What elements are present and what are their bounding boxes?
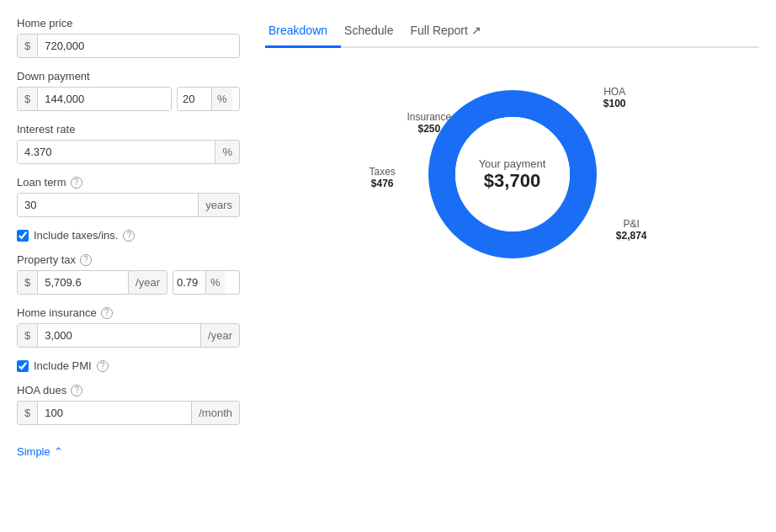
down-payment-pct-input[interactable] [178,88,211,110]
loan-term-suffix: years [198,194,239,216]
down-payment-pct-suffix: % [211,88,232,110]
property-tax-group: Property tax ? $ /year % [17,253,240,295]
hoa-dues-prefix: $ [18,402,38,424]
donut-chart: Your payment $3,700 HOA $100 Insurance $… [420,82,605,267]
home-insurance-label: Home insurance ? [17,306,240,319]
simple-link[interactable]: Simple ⌃ [17,445,63,458]
donut-svg [420,82,605,267]
include-pmi-help-icon[interactable]: ? [97,360,109,372]
include-taxes-help-icon[interactable]: ? [123,230,135,242]
include-pmi-label: Include PMI [34,359,92,372]
property-tax-year-suffix: /year [128,271,167,294]
svg-point-4 [455,117,570,231]
interest-rate-label: Interest rate [17,123,240,136]
home-insurance-group: Home insurance ? $ /year [17,306,240,348]
hoa-dues-help-icon[interactable]: ? [71,385,82,396]
tabs-bar: Breakdown Schedule Full Report ↗ [265,17,759,48]
property-tax-pct-input[interactable] [173,271,205,294]
hoa-dues-suffix: /month [191,402,239,424]
include-pmi-row: Include PMI ? [17,359,240,372]
down-payment-pct-wrapper: % [177,87,240,111]
include-pmi-checkbox[interactable] [17,360,29,372]
property-tax-pct-wrapper: % [173,270,240,295]
loan-term-input-wrapper: years [17,193,240,217]
home-insurance-help-icon[interactable]: ? [101,307,113,319]
down-payment-input[interactable] [38,88,171,110]
down-payment-input-wrapper: $ [17,87,172,111]
tab-breakdown[interactable]: Breakdown [265,17,341,48]
include-taxes-row: Include taxes/ins. ? [17,229,240,242]
property-tax-prefix: $ [18,271,38,294]
interest-rate-input-wrapper: % [17,140,240,164]
tab-schedule[interactable]: Schedule [341,17,407,48]
loan-term-label: Loan term ? [17,176,240,189]
right-panel: Breakdown Schedule Full Report ↗ [265,17,759,458]
home-insurance-input[interactable] [38,324,200,347]
interest-rate-suffix: % [215,141,239,163]
taxes-label: Taxes $476 [369,166,396,189]
property-tax-label: Property tax ? [17,253,240,266]
hoa-dues-group: HOA dues ? $ /month [17,384,240,425]
property-tax-input-wrapper: $ /year [17,270,167,295]
down-payment-prefix: $ [18,88,38,110]
tab-fullreport[interactable]: Full Report ↗ [407,17,494,48]
loan-term-help-icon[interactable]: ? [71,177,82,189]
include-taxes-checkbox[interactable] [17,230,29,242]
home-price-prefix: $ [18,35,38,57]
left-panel: Home price $ Down payment $ % [17,17,240,458]
insurance-label: Insurance $250 [407,111,452,135]
hoa-dues-input-wrapper: $ /month [17,401,240,425]
include-taxes-label: Include taxes/ins. [34,229,118,242]
interest-rate-input[interactable] [18,141,215,163]
property-tax-help-icon[interactable]: ? [80,254,92,266]
home-insurance-prefix: $ [18,324,38,347]
property-tax-input[interactable] [38,271,128,294]
property-tax-pct-suffix: % [205,271,225,294]
hoa-dues-label: HOA dues ? [17,384,240,396]
down-payment-label: Down payment [17,70,240,82]
home-price-group: Home price $ [17,17,240,58]
hoa-label: HOA $100 [603,86,626,109]
loan-term-group: Loan term ? years [17,176,240,217]
interest-rate-group: Interest rate % [17,123,240,164]
hoa-dues-input[interactable] [38,402,191,424]
home-price-label: Home price [17,17,240,29]
property-tax-row: $ /year % [17,270,240,295]
pi-label: P&I $2,874 [616,218,647,242]
home-price-input-wrapper: $ [17,34,240,58]
home-insurance-suffix: /year [200,324,239,347]
loan-term-input[interactable] [18,194,198,216]
home-insurance-input-wrapper: $ /year [17,323,240,348]
down-payment-row: $ % [17,87,240,111]
home-price-input[interactable] [38,35,239,57]
chart-container: Your payment $3,700 HOA $100 Insurance $… [265,65,759,284]
down-payment-group: Down payment $ % [17,70,240,111]
